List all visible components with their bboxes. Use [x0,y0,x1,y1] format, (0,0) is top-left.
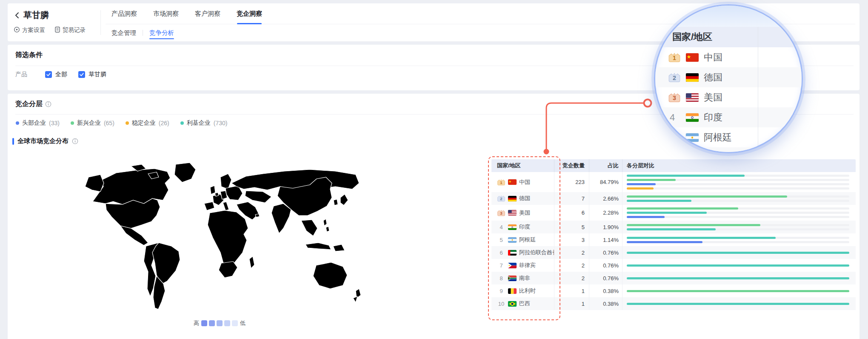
map-country-india [271,204,291,233]
bar-track [627,241,849,243]
section-marker [12,138,14,145]
table-row[interactable]: 2德国72.66% [491,192,856,205]
column-header-share[interactable]: 占比 [589,159,622,172]
tier-bar-green [627,207,738,210]
bar-track [627,303,849,305]
tab-2[interactable]: 客户洞察 [195,3,220,24]
rank-number: 8 [497,275,505,282]
table-row[interactable]: 8南非20.76% [491,272,856,284]
cell-country: 5阿根廷 [491,233,554,246]
world-map[interactable] [80,161,369,314]
magnifier-country-name: 中国 [704,51,722,64]
rank-badge-2: 2 [668,72,681,83]
subtab-0[interactable]: 竞企管理 [111,24,136,41]
table-row[interactable]: 7菲律宾20.76% [491,259,856,272]
tier-bars [627,262,856,269]
checkbox-option-0[interactable]: 全部 [45,71,67,78]
cell-count: 3 [554,233,589,246]
tier-bar-green [627,195,787,198]
tier-bars [627,172,856,192]
tier-bar-green [627,179,676,181]
svg-text:2: 2 [500,196,502,201]
table-row[interactable]: 3美国62.28% [491,205,856,221]
bar-track [627,179,849,181]
cell-bars [622,297,856,310]
legend-dot-icon [71,121,74,125]
cell-share: 1.90% [589,221,622,233]
tier-legend-label: 稳定企业 [132,119,156,127]
tier-legend-count: (65) [104,120,114,126]
magnifier-country-name: 德国 [704,71,722,84]
tab-3[interactable]: 竞企洞察 [237,3,262,24]
table-row[interactable]: 10巴西10.38% [491,297,856,310]
rank-badge-1: 1 [668,52,681,63]
bar-track [627,237,849,239]
tiers-title-text: 竞企分层 [15,100,43,109]
action-clipboard[interactable]: 贸易记录 [54,26,86,34]
country-name: 中国 [519,178,530,186]
checkbox-checked-icon[interactable] [45,71,52,78]
map-color-legend: 高 低 [194,319,246,327]
country-name: 阿拉伯联合酋长 [519,249,554,256]
svg-text:1: 1 [673,54,676,61]
column-header-count[interactable]: 竞企数量 [554,159,589,172]
cell-count: 7 [554,192,589,205]
cell-share: 84.79% [589,172,622,192]
bar-track [627,212,849,214]
tier-bar-teal [627,303,849,305]
tier-bar-teal [627,277,849,279]
checkbox-checked-icon[interactable] [78,71,85,78]
cell-country: 7菲律宾 [491,259,554,272]
column-header-tiers[interactable]: 各分层对比 [622,159,856,172]
rank-number: 4 [497,224,505,230]
page: 草甘膦 方案设置贸易记录 产品洞察市场洞察客户洞察竞企洞察 竞企管理竞争分析 筛… [0,0,868,339]
map-country-usa [106,198,160,228]
bar-track [627,264,849,267]
cell-share: 2.28% [589,205,622,221]
tier-bar-teal [627,252,849,254]
rank-number: 7 [497,262,505,269]
back-button[interactable] [14,11,20,19]
tier-legend-item: 稳定企业(26) [126,119,169,127]
flag-icon-br [508,301,517,307]
flag-icon-de [508,196,517,201]
info-icon[interactable] [45,101,51,107]
table-row[interactable]: 6阿拉伯联合酋长20.76% [491,246,856,259]
legend-high-label: 高 [194,319,199,327]
tier-bars [627,275,856,282]
info-icon[interactable] [72,138,78,144]
tier-bar-blue [627,183,656,185]
target-icon [14,26,20,34]
magnifier-rank: 3 [668,92,684,103]
tier-bars [627,205,856,221]
svg-text:2: 2 [673,74,676,81]
bar-track [627,200,849,202]
subtab-1[interactable]: 竞争分析 [149,24,174,41]
table-row[interactable]: 1中国22384.79% [491,172,856,192]
map-legend-swatch [224,320,230,326]
cell-bars [622,259,856,272]
checkbox-option-1[interactable]: 草甘膦 [78,71,106,78]
action-target[interactable]: 方案设置 [14,26,45,34]
cell-count: 2 [554,246,589,259]
magnifier-country-name: 美国 [704,91,722,104]
table-row[interactable]: 4印度51.90% [491,221,856,233]
table-row[interactable]: 9比利时10.38% [491,284,856,297]
tab-1[interactable]: 市场洞察 [153,3,179,24]
cell-share: 2.66% [589,192,622,205]
tab-0[interactable]: 产品洞察 [111,3,137,24]
tier-bar-green [627,290,849,292]
tier-legend-label: 头部企业 [22,119,46,127]
bar-track [627,175,849,177]
column-header-country[interactable]: 国家/地区 [491,159,554,172]
distribution-title-text: 全球市场竞企分布 [17,137,69,145]
country-name: 南非 [519,274,530,282]
country-name: 巴西 [519,300,530,307]
action-label: 贸易记录 [63,26,86,34]
table-row[interactable]: 5阿根廷31.14% [491,233,856,246]
bar-track [627,187,849,190]
magnifier-row: 2德国 [655,67,802,87]
rank-number: 6 [497,250,505,256]
cell-bars [622,246,856,259]
tier-bars [627,234,856,246]
